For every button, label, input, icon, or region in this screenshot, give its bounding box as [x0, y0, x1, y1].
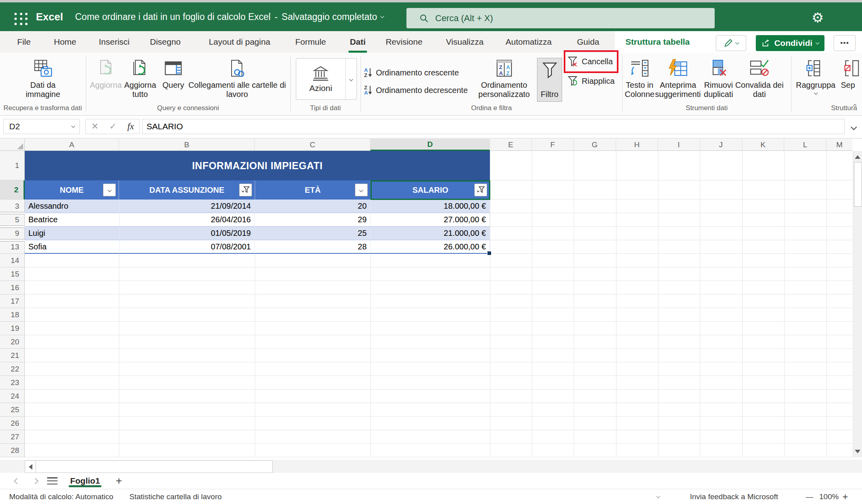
- cell-b9[interactable]: 01/05/2019: [120, 227, 255, 240]
- raggruppa-button[interactable]: Raggruppa: [796, 56, 836, 94]
- cell-b3[interactable]: 21/09/2014: [120, 200, 255, 213]
- editing-mode-button[interactable]: [716, 35, 746, 51]
- document-title[interactable]: Come ordinare i dati in un foglio di cal…: [75, 12, 271, 22]
- cell-c13[interactable]: 28: [255, 240, 371, 254]
- horizontal-scrollbar[interactable]: [0, 460, 862, 473]
- status-bar-chevron-icon[interactable]: [657, 489, 660, 504]
- table-header-nome[interactable]: NOME: [25, 180, 119, 200]
- cell-d13[interactable]: 26.000,00 €: [371, 240, 490, 254]
- tab-guida[interactable]: Guida: [572, 31, 604, 53]
- feedback-link[interactable]: Invia feedback a Microsoft: [690, 489, 778, 504]
- tab-formule[interactable]: Formule: [291, 31, 331, 53]
- cell-c3[interactable]: 20: [255, 200, 371, 213]
- next-sheet-button[interactable]: [27, 473, 43, 489]
- cell-a5[interactable]: Beatrice: [25, 213, 120, 227]
- tab-layout-di-pagina[interactable]: Layout di pagina: [200, 31, 279, 53]
- tab-inserisci[interactable]: Inserisci: [93, 31, 135, 53]
- insert-function-icon[interactable]: fx: [127, 121, 134, 132]
- row-header-25[interactable]: 25: [0, 403, 25, 417]
- column-header-c[interactable]: C: [255, 139, 371, 151]
- column-header-l[interactable]: L: [784, 139, 826, 151]
- column-header-m-cut[interactable]: M: [826, 139, 852, 151]
- column-header-a[interactable]: A: [25, 139, 119, 151]
- select-all-corner[interactable]: [0, 139, 25, 151]
- dati-da-immagine-button[interactable]: Dati da immagine: [16, 56, 70, 99]
- column-header-i[interactable]: I: [658, 139, 700, 151]
- name-box-chevron-icon[interactable]: [71, 124, 75, 128]
- row-header-5[interactable]: 5: [0, 213, 25, 227]
- column-header-f[interactable]: F: [532, 139, 574, 151]
- tab-dati-active[interactable]: Dati: [344, 31, 371, 53]
- column-header-e[interactable]: E: [490, 139, 532, 151]
- expand-formula-bar-chevron-icon[interactable]: [848, 121, 859, 132]
- row-header-21[interactable]: 21: [0, 349, 25, 362]
- filter-applied-button-data-assunzione[interactable]: [239, 184, 252, 196]
- prev-sheet-button[interactable]: [9, 473, 25, 489]
- scroll-left-button[interactable]: [25, 461, 36, 473]
- tab-automatizza[interactable]: Automatizza: [500, 31, 557, 53]
- column-header-d-selected[interactable]: D: [371, 139, 490, 151]
- row-header-20[interactable]: 20: [0, 335, 25, 349]
- more-commands-button[interactable]: •••: [834, 35, 856, 51]
- row-header-13[interactable]: 13: [0, 240, 25, 254]
- row-header-14[interactable]: 14: [0, 254, 25, 267]
- row-header-2-selected[interactable]: 2: [0, 180, 25, 200]
- table-header-data-assunzione[interactable]: DATA ASSUNZIONE: [119, 180, 255, 200]
- row-header-16[interactable]: 16: [0, 281, 25, 294]
- cell-c5[interactable]: 29: [255, 213, 371, 227]
- azioni-data-type-button[interactable]: Azioni: [296, 58, 357, 100]
- filtro-button[interactable]: Filtro: [537, 58, 562, 102]
- riapplica-button[interactable]: Riapplica: [567, 73, 614, 89]
- filter-dropdown-button-nome[interactable]: [103, 184, 116, 196]
- cell-a9[interactable]: Luigi: [25, 227, 120, 240]
- convalida-dei-dati-button[interactable]: Convalida dei dati: [733, 56, 785, 99]
- save-status[interactable]: Salvataggio completato: [281, 12, 377, 22]
- ordinamento-personalizzato-button[interactable]: Z A A Z Ordinamento personalizzato: [473, 56, 535, 99]
- vertical-scrollbar-thumb[interactable]: [854, 162, 862, 207]
- zoom-out-button[interactable]: —: [806, 489, 813, 504]
- ordinamento-decrescente-button[interactable]: ZA Ordinamento decrescente: [364, 83, 468, 97]
- filter-dropdown-button-eta[interactable]: [355, 184, 368, 196]
- column-header-b[interactable]: B: [119, 139, 255, 151]
- aggiorna-tutto-button[interactable]: Aggiorna tutto: [121, 56, 160, 99]
- tab-visualizza[interactable]: Visualizza: [441, 31, 489, 53]
- ordinamento-crescente-button[interactable]: AZ Ordinamento crescente: [364, 66, 459, 79]
- column-header-g[interactable]: G: [574, 139, 616, 151]
- cell-d9[interactable]: 21.000,00 €: [371, 227, 490, 240]
- row-header-17[interactable]: 17: [0, 294, 25, 308]
- tab-struttura-tabella[interactable]: Struttura tabella: [621, 31, 694, 53]
- column-header-j[interactable]: J: [700, 139, 742, 151]
- scroll-up-button[interactable]: [853, 152, 862, 162]
- cell-b13[interactable]: 07/08/2001: [120, 240, 255, 254]
- condividi-button[interactable]: Condividi: [756, 35, 824, 51]
- document-title-bar[interactable]: Come ordinare i dati in un foglio di cal…: [75, 2, 384, 31]
- row-header-3[interactable]: 3: [0, 200, 25, 213]
- separa-button-cut[interactable]: Sep: [838, 56, 862, 90]
- row-header-15[interactable]: 15: [0, 267, 25, 281]
- cell-a13[interactable]: Sofia: [25, 240, 120, 254]
- tab-file[interactable]: File: [11, 31, 37, 53]
- cell-b5[interactable]: 26/04/2016: [120, 213, 255, 227]
- settings-gear-icon[interactable]: ⚙: [807, 9, 828, 26]
- row-header-18[interactable]: 18: [0, 308, 25, 322]
- row-header-24[interactable]: 24: [0, 389, 25, 403]
- column-header-h[interactable]: H: [616, 139, 658, 151]
- zoom-in-button[interactable]: +: [842, 489, 848, 504]
- rimuovi-duplicati-button[interactable]: Rimuovi duplicati: [700, 56, 737, 99]
- app-name[interactable]: Excel: [36, 2, 63, 31]
- confirm-entry-icon[interactable]: ✓: [109, 121, 117, 132]
- collegamenti-button[interactable]: Collegamenti alle cartelle di lavoro: [187, 56, 287, 99]
- cancel-entry-icon[interactable]: ✕: [91, 121, 98, 132]
- table-header-eta[interactable]: ETÀ: [255, 180, 371, 200]
- tab-revisione[interactable]: Revisione: [379, 31, 429, 53]
- horizontal-scrollbar-thumb[interactable]: [36, 461, 273, 473]
- cell-d3[interactable]: 18.000,00 €: [371, 200, 490, 213]
- azioni-dropdown[interactable]: [345, 59, 357, 99]
- cell-a3[interactable]: Alessandro: [25, 200, 120, 213]
- row-header-23[interactable]: 23: [0, 376, 25, 389]
- row-header-19[interactable]: 19: [0, 322, 25, 335]
- calc-mode-status[interactable]: Modalità di calcolo: Automatico: [9, 489, 113, 504]
- query-button[interactable]: Query: [159, 56, 188, 90]
- scroll-down-button[interactable]: [853, 446, 862, 457]
- column-header-k[interactable]: K: [742, 139, 784, 151]
